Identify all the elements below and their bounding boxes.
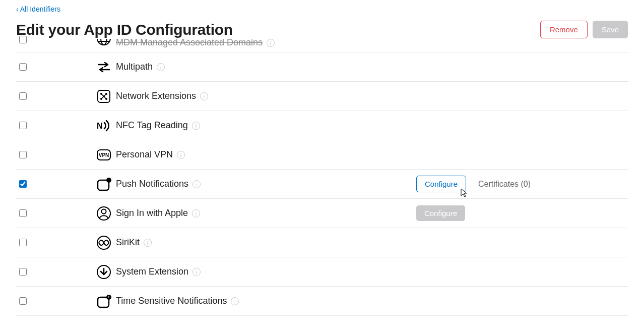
save-button: Save xyxy=(593,21,628,38)
time-notif-icon xyxy=(96,293,112,309)
info-icon[interactable]: i xyxy=(177,151,185,159)
svg-point-17 xyxy=(106,178,111,183)
capability-checkbox-mdm[interactable] xyxy=(19,36,27,43)
header-actions: Remove Save xyxy=(540,21,628,38)
capability-label: Network Extensions xyxy=(116,91,196,101)
capability-checkbox-network_ext[interactable] xyxy=(19,92,27,100)
info-icon[interactable]: i xyxy=(192,180,201,188)
info-icon[interactable]: i xyxy=(192,209,200,217)
capability-checkbox-sirikit[interactable] xyxy=(19,239,27,246)
capability-checkbox-multipath[interactable] xyxy=(19,63,27,71)
capability-checkbox-vpn[interactable] xyxy=(19,151,27,158)
capability-label: Multipath xyxy=(116,62,153,72)
svg-text:VPN: VPN xyxy=(99,152,109,158)
info-icon[interactable]: i xyxy=(157,63,165,71)
capability-label: Sign In with Apple xyxy=(116,208,188,219)
capability-row-vpn: VPNPersonal VPNi xyxy=(16,140,628,170)
capability-checkbox-tsn[interactable] xyxy=(19,297,27,305)
configure-button-siwa: Configure xyxy=(416,205,465,221)
configure-button-push[interactable]: Configure xyxy=(416,176,466,192)
nfc-icon: N xyxy=(96,118,112,134)
page-title: Edit your App ID Configuration xyxy=(16,21,233,38)
info-icon[interactable]: i xyxy=(192,268,201,276)
network-ext-icon xyxy=(96,88,112,104)
vpn-icon: VPN xyxy=(96,147,112,163)
info-icon[interactable]: i xyxy=(144,239,152,247)
capability-checkbox-siwa[interactable] xyxy=(19,209,27,217)
info-icon[interactable]: i xyxy=(267,39,275,47)
svg-text:N: N xyxy=(97,122,103,130)
capability-label: NFC Tag Reading xyxy=(116,120,188,131)
capability-row-network_ext: Network Extensionsi xyxy=(16,82,628,111)
capability-row-push: Push NotificationsiConfigureCertificates… xyxy=(16,170,628,199)
capability-row-mdm: MDM Managed Associated Domainsi xyxy=(16,37,628,52)
capabilities-list: MDM Managed Associated DomainsiMultipath… xyxy=(16,37,628,316)
capability-checkbox-sysext[interactable] xyxy=(19,268,27,276)
globe-icon xyxy=(96,39,112,46)
capability-row-multipath: Multipathi xyxy=(16,52,628,82)
remove-button[interactable]: Remove xyxy=(540,21,588,38)
capability-label: Personal VPN xyxy=(116,149,173,160)
person-icon xyxy=(96,205,112,222)
info-icon[interactable]: i xyxy=(231,297,239,305)
capability-label: MDM Managed Associated Domains xyxy=(116,37,263,48)
capability-row-tsn: Time Sensitive Notificationsi xyxy=(16,287,628,316)
certificates-count: Certificates (0) xyxy=(478,180,531,189)
back-link[interactable]: ‹ All Identifiers xyxy=(16,0,60,13)
capability-label: Push Notifications xyxy=(116,179,188,189)
capability-label: Time Sensitive Notifications xyxy=(116,296,227,306)
capability-label: System Extension xyxy=(116,266,188,277)
capability-row-sysext: System Extensioni xyxy=(16,257,628,287)
info-icon[interactable]: i xyxy=(192,122,200,130)
push-icon xyxy=(96,176,112,192)
capability-checkbox-nfc[interactable] xyxy=(19,122,27,129)
capability-row-nfc: NNFC Tag Readingi xyxy=(16,111,628,140)
capability-label: SiriKit xyxy=(116,237,140,248)
capability-row-siwa: Sign In with AppleiConfigure xyxy=(16,199,628,228)
info-icon[interactable]: i xyxy=(200,92,208,100)
siri-icon xyxy=(96,235,112,251)
capability-row-sirikit: SiriKiti xyxy=(16,228,628,257)
cursor-icon xyxy=(460,188,469,198)
svg-point-19 xyxy=(102,209,106,213)
capability-checkbox-push[interactable] xyxy=(19,180,27,188)
multipath-icon xyxy=(96,59,112,75)
download-icon xyxy=(96,264,112,280)
page-header: Edit your App ID Configuration Remove Sa… xyxy=(16,21,628,38)
